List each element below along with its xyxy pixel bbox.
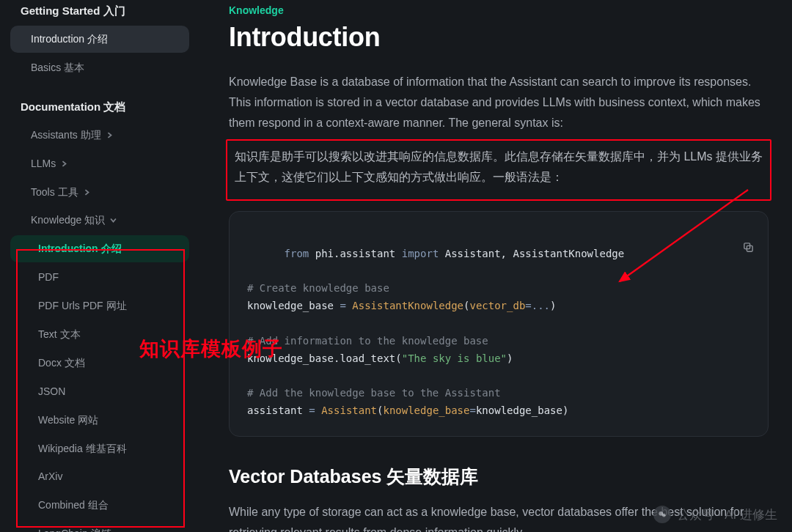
code-block: from phi.assistant import Assistant, Ass… [229,211,769,437]
code-token: from [285,248,309,259]
sidebar-item-introduction[interactable]: Introduction 介绍 [10,26,189,53]
sidebar-item-label: Docx 文档 [38,356,85,370]
sidebar-item-tools[interactable]: Tools 工具 [10,179,189,206]
sidebar-item-label: PDF Urls PDF 网址 [38,299,127,313]
section-heading-vector-databases: Vector Databases 矢量数据库 [229,465,769,489]
code-comment: # Add information to the knowledge base [247,335,488,347]
sidebar-item-knowledge-introduction[interactable]: Introduction 介绍 [10,235,189,262]
chevron-right-icon [60,160,68,168]
code-token: knowledge_base [476,404,562,416]
sidebar-item-label: Tools 工具 [31,185,78,199]
sidebar-item-label: Text 文本 [38,328,81,341]
code-token: ) [562,404,568,416]
code-token: ) [507,352,513,364]
sidebar-item-knowledge-arxiv[interactable]: ArXiv [10,463,189,490]
code-token: assistant [247,404,309,416]
code-token: knowledge_base [383,404,469,416]
chevron-right-icon [83,188,91,196]
code-comment: # Add the knowledge base to the Assistan… [247,387,501,399]
sidebar-item-label: ArXiv [38,470,62,484]
sidebar-item-label: Introduction 介绍 [38,242,122,256]
sidebar-item-knowledge-pdfurls[interactable]: PDF Urls PDF 网址 [10,292,189,319]
sidebar-item-label: Combined 组合 [38,498,109,512]
code-token: = [340,300,345,311]
sidebar-item-label: PDF [38,270,59,284]
sidebar-item-knowledge-langchain[interactable]: LangChain 浪链 [10,520,189,532]
sidebar-item-knowledge[interactable]: Knowledge 知识 [10,207,189,234]
sidebar-item-label: Wikipedia 维基百科 [38,442,127,456]
code-token: "The sky is blue" [402,352,507,364]
sidebar-item-knowledge-combined[interactable]: Combined 组合 [10,492,189,519]
sidebar: Getting Started 入门 Introduction 介绍 Basic… [0,0,205,532]
copy-icon[interactable] [693,223,755,276]
sidebar-item-basics[interactable]: Basics 基本 [10,54,189,81]
code-token: = [309,404,315,416]
code-token: ) [550,300,556,311]
code-token: vector_db [469,300,525,311]
code-token: =... [525,300,550,311]
sidebar-item-label: JSON [38,385,65,399]
sidebar-item-knowledge-website[interactable]: Website 网站 [10,407,189,434]
chevron-right-icon [106,131,114,139]
vector-db-paragraph-en: While any type of storage can act as a k… [229,502,769,532]
code-token: Assistant, AssistantKnowledge [439,248,624,259]
chevron-down-icon [109,216,117,224]
code-token: import [402,248,439,259]
page-title: Introduction [229,22,769,53]
code-token: ( [395,352,401,364]
sidebar-item-knowledge-text[interactable]: Text 文本 [10,321,189,348]
code-token: phi.assistant [309,248,401,259]
sidebar-item-label: LangChain 浪链 [38,527,111,532]
code-token: Assistant [315,404,377,416]
code-token: knowledge_base.load_text [247,352,395,364]
intro-paragraph-en: Knowledge Base is a database of informat… [229,72,769,133]
sidebar-item-knowledge-pdf[interactable]: PDF [10,264,189,291]
sidebar-item-knowledge-wikipedia[interactable]: Wikipedia 维基百科 [10,435,189,462]
sidebar-item-label: Introduction 介绍 [31,32,108,46]
breadcrumb: Knowledge [229,4,769,16]
intro-paragraph-zh: 知识库是助手可以搜索以改进其响应的信息数据库。此信息存储在矢量数据库中，并为 L… [229,142,769,192]
annotation-highlight-box: 知识库是助手可以搜索以改进其响应的信息数据库。此信息存储在矢量数据库中，并为 L… [226,139,771,201]
sidebar-item-label: Basics 基本 [31,61,84,75]
sidebar-item-knowledge-docx[interactable]: Docx 文档 [10,350,189,377]
code-token: knowledge_base [247,300,340,311]
code-token: AssistantKnowledge [346,300,463,311]
main-content: Knowledge Introduction Knowledge Base is… [205,0,792,532]
sidebar-item-knowledge-json[interactable]: JSON [10,378,189,405]
code-token: = [469,404,475,416]
sidebar-item-label: Website 网站 [38,413,98,427]
sidebar-item-assistants[interactable]: Assistants 助理 [10,122,189,149]
sidebar-item-label: Assistants 助理 [31,128,101,142]
sidebar-section-getting-started: Getting Started 入门 [0,0,195,26]
sidebar-item-label: LLMs [31,157,56,171]
sidebar-item-llms[interactable]: LLMs [10,150,189,177]
code-comment: # Create knowledge base [247,282,389,294]
sidebar-item-label: Knowledge 知识 [31,213,105,227]
sidebar-section-documentation: Documentation 文档 [0,92,195,122]
